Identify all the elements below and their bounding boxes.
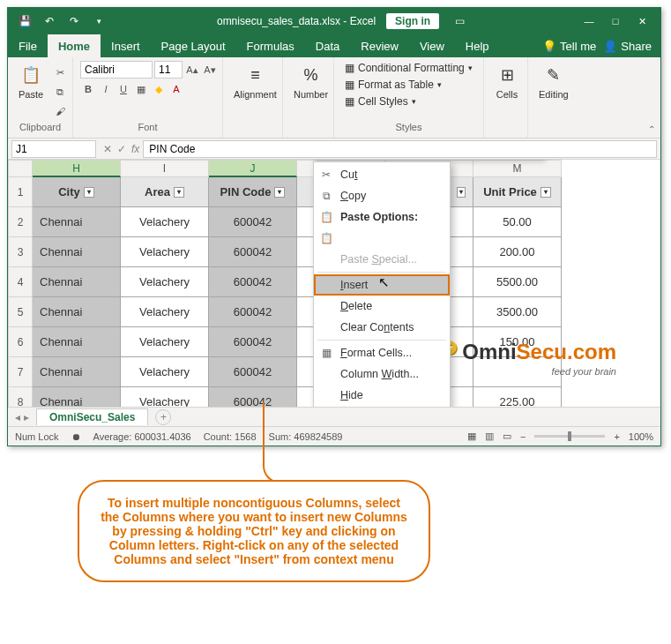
share-button[interactable]: 👤Share xyxy=(603,40,652,53)
cell[interactable]: Chennai xyxy=(33,327,121,357)
undo-icon[interactable]: ↶ xyxy=(40,11,59,31)
cell[interactable]: 5500.00 xyxy=(473,267,562,297)
filter-dropdown-icon[interactable]: ▾ xyxy=(457,187,466,198)
shrink-font-icon[interactable]: A▾ xyxy=(202,62,218,78)
row-header-5[interactable]: 5 xyxy=(8,297,33,327)
alignment-button[interactable]: ≡Alignment xyxy=(230,61,280,101)
border-icon[interactable]: ▦ xyxy=(133,81,149,97)
format-as-table-button[interactable]: ▦Format as Table▾ xyxy=(341,78,476,92)
cell[interactable]: Velachery xyxy=(121,387,209,407)
cell[interactable]: Chennai xyxy=(33,387,121,407)
save-icon[interactable]: 💾 xyxy=(15,11,34,31)
cm-paste-icon-button[interactable]: 📋 xyxy=(314,228,450,249)
font-color-icon[interactable]: A xyxy=(168,81,184,97)
sheet-prev-icon[interactable]: ◂ xyxy=(15,411,20,423)
zoom-slider[interactable] xyxy=(534,435,605,438)
cell[interactable]: 600042 xyxy=(209,327,297,357)
column-header-H[interactable]: H xyxy=(33,160,121,177)
sheet-tab-active[interactable]: OmniSecu_Sales xyxy=(36,408,148,425)
fx-icon[interactable]: fx xyxy=(131,143,139,155)
header-cell[interactable]: Unit Price▾ xyxy=(473,177,562,207)
zoom-out-button[interactable]: − xyxy=(520,431,526,442)
cell[interactable]: Chennai xyxy=(33,237,121,267)
row-header-8[interactable]: 8 xyxy=(8,387,33,407)
fill-color-icon[interactable]: ◆ xyxy=(151,81,167,97)
conditional-formatting-button[interactable]: ▦Conditional Formatting▾ xyxy=(341,61,476,75)
cell[interactable]: Velachery xyxy=(121,327,209,357)
cell[interactable]: 600042 xyxy=(209,297,297,327)
number-button[interactable]: %Number xyxy=(290,61,332,101)
cell[interactable]: Velachery xyxy=(121,297,209,327)
column-header-M[interactable]: M xyxy=(473,160,562,177)
qat-dropdown-icon[interactable]: ▾ xyxy=(89,11,108,31)
column-header-J[interactable]: J xyxy=(209,160,297,177)
filter-dropdown-icon[interactable]: ▾ xyxy=(84,187,94,198)
cell[interactable]: Velachery xyxy=(121,357,209,387)
editing-button[interactable]: ✎Editing xyxy=(535,61,572,101)
maximize-button[interactable]: □ xyxy=(604,11,627,31)
view-layout-icon[interactable]: ▥ xyxy=(485,431,494,442)
format-painter-icon[interactable]: 🖌 xyxy=(52,103,68,119)
sheet-next-icon[interactable]: ▸ xyxy=(24,411,29,423)
cell[interactable]: Chennai xyxy=(33,357,121,387)
cells-button[interactable]: ⊞Cells xyxy=(491,61,523,101)
cell[interactable]: Velachery xyxy=(121,267,209,297)
font-name-combo[interactable]: Calibri xyxy=(80,61,153,79)
tab-review[interactable]: Review xyxy=(350,34,409,57)
close-button[interactable]: ✕ xyxy=(630,11,653,31)
tab-formulas[interactable]: Formulas xyxy=(236,34,305,57)
tab-view[interactable]: View xyxy=(409,34,455,57)
row-header-2[interactable]: 2 xyxy=(8,207,33,237)
ribbon-display-icon[interactable]: ▭ xyxy=(450,11,469,31)
cm-delete[interactable]: Delete xyxy=(314,296,450,317)
formula-input[interactable]: PIN Code xyxy=(143,140,657,158)
cell[interactable]: Velachery xyxy=(121,207,209,237)
collapse-ribbon-icon[interactable]: ⌃ xyxy=(648,124,655,134)
cm-copy[interactable]: ⧉Copy xyxy=(314,185,450,206)
cell[interactable]: 600042 xyxy=(209,357,297,387)
cancel-formula-icon[interactable]: ✕ xyxy=(103,143,112,155)
tab-insert[interactable]: Insert xyxy=(101,34,151,57)
tab-home[interactable]: Home xyxy=(48,34,101,57)
cell[interactable]: 600042 xyxy=(209,237,297,267)
header-cell[interactable]: PIN Code▾ xyxy=(209,177,297,207)
enter-formula-icon[interactable]: ✓ xyxy=(117,143,126,155)
cm-format-cells[interactable]: ▦Format Cells... xyxy=(314,342,450,363)
cell[interactable]: 3500.00 xyxy=(473,297,562,327)
tab-file[interactable]: File xyxy=(8,34,48,57)
cm-clear[interactable]: Clear Contents xyxy=(314,317,450,338)
header-cell[interactable]: City▾ xyxy=(33,177,121,207)
filter-dropdown-icon[interactable]: ▾ xyxy=(274,187,285,198)
zoom-level[interactable]: 100% xyxy=(629,431,653,442)
cell[interactable]: 200.00 xyxy=(473,237,562,267)
filter-dropdown-icon[interactable]: ▾ xyxy=(541,187,551,198)
cell[interactable]: 600042 xyxy=(209,267,297,297)
view-normal-icon[interactable]: ▦ xyxy=(467,431,476,442)
header-cell[interactable]: Area▾ xyxy=(121,177,209,207)
redo-icon[interactable]: ↷ xyxy=(64,11,84,31)
tell-me[interactable]: 💡Tell me xyxy=(542,40,596,53)
cut-icon[interactable]: ✂ xyxy=(52,64,68,80)
macro-icon[interactable]: ⏺ xyxy=(71,431,81,442)
tab-page-layout[interactable]: Page Layout xyxy=(151,34,236,57)
cell[interactable]: 225.00 xyxy=(473,387,562,407)
cell[interactable]: 50.00 xyxy=(473,207,562,237)
italic-button[interactable]: I xyxy=(98,81,114,97)
add-sheet-button[interactable]: + xyxy=(155,409,171,425)
column-header-I[interactable]: I xyxy=(121,160,209,177)
row-header-6[interactable]: 6 xyxy=(8,327,33,357)
grow-font-icon[interactable]: A▴ xyxy=(184,62,200,78)
zoom-in-button[interactable]: + xyxy=(614,431,619,442)
filter-dropdown-icon[interactable]: ▾ xyxy=(174,187,184,198)
cell-styles-button[interactable]: ▦Cell Styles▾ xyxy=(341,94,476,109)
row-header-3[interactable]: 3 xyxy=(8,237,33,267)
name-box[interactable]: J1 xyxy=(11,140,96,158)
cm-unhide[interactable]: Unhide xyxy=(314,406,450,407)
bold-button[interactable]: B xyxy=(80,81,96,97)
row-header-7[interactable]: 7 xyxy=(8,357,33,387)
cm-hide[interactable]: Hide xyxy=(314,385,450,406)
signin-button[interactable]: Sign in xyxy=(386,13,439,29)
tab-data[interactable]: Data xyxy=(305,34,350,57)
cell[interactable]: 600042 xyxy=(209,207,297,237)
cm-cut[interactable]: ✂Cut xyxy=(314,164,450,185)
